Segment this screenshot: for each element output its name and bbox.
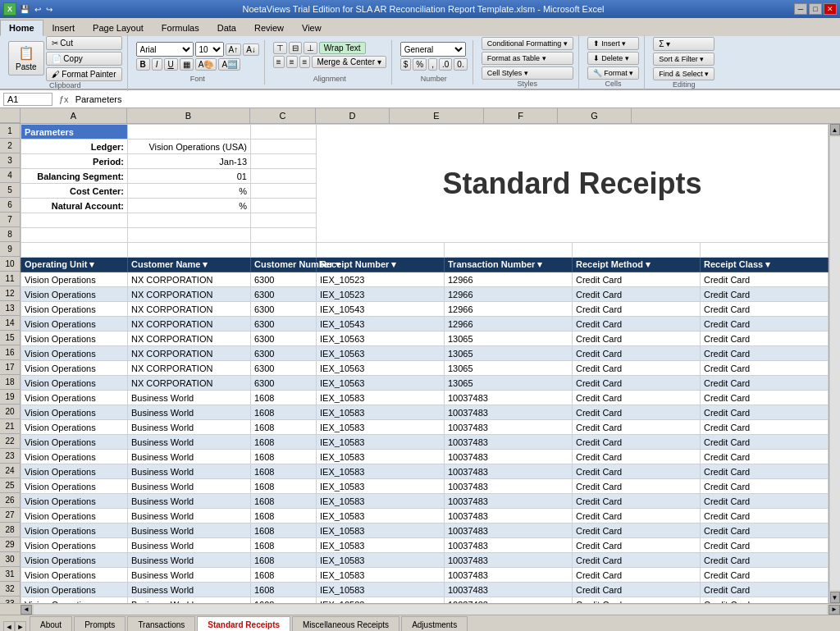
col-header-d[interactable]: D bbox=[316, 108, 390, 123]
row-num-2[interactable]: 2 bbox=[0, 139, 20, 153]
align-top-btn[interactable]: ⊤ bbox=[273, 42, 287, 54]
tab-view[interactable]: View bbox=[293, 20, 331, 36]
underline-btn[interactable]: U bbox=[164, 58, 178, 71]
row-num-26[interactable]: 26 bbox=[0, 493, 20, 508]
tab-prompts[interactable]: Prompts bbox=[74, 616, 126, 631]
cell-a4[interactable]: Balancing Segment: bbox=[21, 169, 128, 184]
row-num-17[interactable]: 17 bbox=[0, 360, 20, 375]
cell-c2[interactable] bbox=[251, 139, 317, 154]
row-num-22[interactable]: 22 bbox=[0, 434, 20, 449]
cell-c8[interactable] bbox=[251, 228, 317, 243]
col-header-f[interactable]: F bbox=[484, 108, 558, 123]
redo-btn[interactable]: ↪ bbox=[46, 5, 52, 14]
cell-a8[interactable] bbox=[21, 228, 128, 243]
col-header-operating-unit[interactable]: Operating Unit ▾ bbox=[21, 258, 128, 272]
cell-a6[interactable]: Natural Account: bbox=[21, 199, 128, 213]
cell-c6[interactable] bbox=[251, 199, 317, 213]
cell-a5[interactable]: Cost Center: bbox=[21, 184, 128, 199]
cell-c4[interactable] bbox=[251, 169, 317, 184]
format-painter-btn[interactable]: 🖌 Format Painter bbox=[46, 67, 122, 81]
row-num-25[interactable]: 25 bbox=[0, 478, 20, 493]
format-as-table-btn[interactable]: Format as Table ▾ bbox=[482, 52, 573, 65]
cell-b4[interactable]: 01 bbox=[128, 169, 251, 184]
cell-b7[interactable] bbox=[128, 213, 251, 228]
conditional-formatting-btn[interactable]: Conditional Formatting ▾ bbox=[482, 37, 573, 50]
undo-btn[interactable]: ↩ bbox=[34, 5, 41, 14]
cell-b1[interactable] bbox=[128, 125, 251, 139]
format-cells-btn[interactable]: 🔧 Format ▾ bbox=[587, 66, 640, 80]
align-bottom-btn[interactable]: ⊥ bbox=[304, 42, 317, 54]
scroll-up-btn[interactable]: ▲ bbox=[830, 124, 840, 135]
cell-b5[interactable]: % bbox=[128, 184, 251, 199]
paste-btn[interactable]: 📋 Paste bbox=[8, 41, 44, 75]
comma-btn[interactable]: , bbox=[428, 58, 437, 71]
sort-filter-btn[interactable]: Sort & Filter ▾ bbox=[653, 53, 714, 66]
row-num-31[interactable]: 31 bbox=[0, 567, 20, 582]
col-header-customer-name[interactable]: Customer Name ▾ bbox=[128, 258, 251, 272]
italic-btn[interactable]: I bbox=[152, 58, 162, 71]
formula-input[interactable] bbox=[75, 94, 837, 104]
sum-btn[interactable]: Σ ▾ bbox=[653, 37, 714, 51]
align-middle-btn[interactable]: ⊟ bbox=[289, 42, 302, 54]
cut-btn[interactable]: ✂ Cut bbox=[46, 36, 122, 50]
col-header-g[interactable]: G bbox=[558, 108, 632, 123]
row-num-11[interactable]: 11 bbox=[0, 272, 20, 286]
row-num-3[interactable]: 3 bbox=[0, 153, 20, 168]
row-num-23[interactable]: 23 bbox=[0, 449, 20, 464]
col-header-transaction-number[interactable]: Transaction Number ▾ bbox=[445, 258, 573, 272]
close-btn[interactable]: ✕ bbox=[824, 3, 837, 15]
row-num-15[interactable]: 15 bbox=[0, 331, 20, 345]
minimize-btn[interactable]: ─ bbox=[794, 3, 807, 15]
row-num-30[interactable]: 30 bbox=[0, 552, 20, 567]
cell-b8[interactable] bbox=[128, 228, 251, 243]
decrease-decimal-btn[interactable]: 0. bbox=[454, 58, 467, 71]
tab-review[interactable]: Review bbox=[245, 20, 293, 36]
row-num-7[interactable]: 7 bbox=[0, 213, 20, 227]
increase-font-btn[interactable]: A↑ bbox=[226, 43, 242, 56]
row-num-20[interactable]: 20 bbox=[0, 405, 20, 419]
percent-btn[interactable]: % bbox=[413, 58, 427, 71]
font-selector[interactable]: Arial bbox=[136, 42, 194, 57]
currency-btn[interactable]: $ bbox=[400, 58, 412, 71]
vertical-scrollbar[interactable]: ▲ ▼ bbox=[829, 124, 840, 603]
cell-g9[interactable] bbox=[701, 243, 829, 258]
merge-center-btn[interactable]: Merge & Center ▾ bbox=[312, 56, 386, 68]
row-num-29[interactable]: 29 bbox=[0, 537, 20, 552]
cell-d9[interactable] bbox=[317, 243, 445, 258]
bold-btn[interactable]: B bbox=[136, 58, 150, 71]
cell-b3[interactable]: Jan-13 bbox=[128, 154, 251, 169]
cell-a7[interactable] bbox=[21, 213, 128, 228]
cell-b2[interactable]: Vision Operations (USA) bbox=[128, 139, 251, 154]
row-num-12[interactable]: 12 bbox=[0, 286, 20, 301]
cell-f9[interactable] bbox=[573, 243, 701, 258]
row-num-21[interactable]: 21 bbox=[0, 419, 20, 434]
row-num-18[interactable]: 18 bbox=[0, 375, 20, 390]
tab-misc-receipts[interactable]: Miscellaneous Receipts bbox=[292, 616, 399, 631]
row-num-8[interactable]: 8 bbox=[0, 227, 20, 242]
align-center-btn[interactable]: ≡ bbox=[286, 56, 298, 68]
col-header-b[interactable]: B bbox=[127, 108, 250, 123]
row-num-24[interactable]: 24 bbox=[0, 464, 20, 478]
font-color-btn[interactable]: A🔤 bbox=[218, 58, 240, 71]
cell-a1[interactable]: Parameters bbox=[21, 125, 128, 139]
col-header-receipt-number[interactable]: Receipt Number ▾ bbox=[317, 258, 445, 272]
row-num-9[interactable]: 9 bbox=[0, 242, 20, 257]
cell-a3[interactable]: Period: bbox=[21, 154, 128, 169]
align-right-btn[interactable]: ≡ bbox=[299, 56, 311, 68]
scroll-left-btn[interactable]: ◄ bbox=[21, 605, 32, 615]
col-header-customer-number[interactable]: Customer Number ▾ bbox=[251, 258, 317, 272]
wrap-text-btn[interactable]: Wrap Text bbox=[319, 42, 366, 54]
cell-c5[interactable] bbox=[251, 184, 317, 199]
col-header-e[interactable]: E bbox=[390, 108, 484, 123]
cell-reference[interactable] bbox=[3, 93, 52, 106]
copy-btn[interactable]: 📄 Copy bbox=[46, 52, 122, 66]
tab-nav-right[interactable]: ► bbox=[15, 621, 26, 631]
row-num-32[interactable]: 32 bbox=[0, 582, 20, 597]
horizontal-scrollbar[interactable]: ◄ ► bbox=[21, 604, 840, 615]
cell-a2[interactable]: Ledger: bbox=[21, 139, 128, 154]
row-num-6[interactable]: 6 bbox=[0, 198, 20, 213]
tab-transactions[interactable]: Transactions bbox=[127, 616, 195, 631]
scroll-thumb[interactable] bbox=[830, 137, 840, 590]
scroll-down-btn[interactable]: ▼ bbox=[830, 592, 840, 603]
tab-formulas[interactable]: Formulas bbox=[153, 20, 208, 36]
